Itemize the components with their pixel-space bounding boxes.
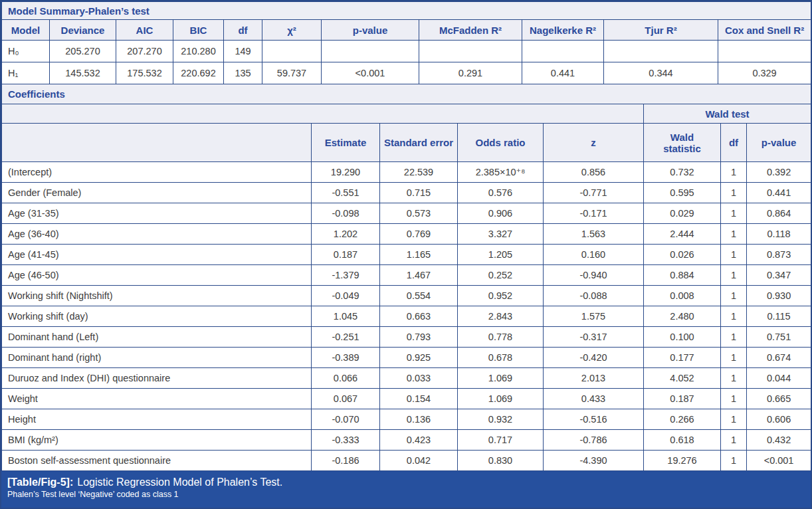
- coefficients-value-cell: 0.576: [458, 183, 544, 203]
- coefficients-value-cell: 0.115: [747, 306, 811, 327]
- coefficients-value-cell: 0.715: [380, 183, 458, 203]
- coefficients-value-cell: 0.252: [458, 265, 544, 286]
- coefficients-value-cell: 0.606: [747, 409, 811, 430]
- coefficients-value-cell: 1: [721, 203, 747, 224]
- coefficients-value-cell: 0.665: [747, 389, 811, 409]
- coefficients-value-cell: -0.940: [544, 265, 644, 286]
- coefficients-value-cell: 4.052: [644, 368, 721, 389]
- coefficients-value-cell: 0.347: [747, 265, 811, 286]
- coefficients-value-cell: 0.100: [644, 327, 721, 348]
- model-summary-value-cell: [522, 41, 604, 62]
- coefficients-value-cell: -0.088: [544, 286, 644, 306]
- coefficients-value-cell: -0.771: [544, 183, 644, 203]
- coefficients-row-label: Age (36-40): [2, 224, 312, 245]
- coefficients-value-cell: 0.160: [544, 245, 644, 265]
- coefficients-value-cell: 22.539: [380, 162, 458, 183]
- coefficients-value-cell: 0.595: [644, 183, 721, 203]
- coefficients-value-cell: 0.432: [747, 430, 811, 451]
- coefficients-value-cell: 1: [721, 162, 747, 183]
- coefficients-value-cell: -0.333: [312, 430, 380, 451]
- model-summary-body: H₀205.270207.270210.280149H₁145.532175.5…: [2, 41, 811, 84]
- coefficients-value-cell: -0.551: [312, 183, 380, 203]
- coefficients-value-cell: -0.516: [544, 409, 644, 430]
- model-summary-value-cell: 0.291: [419, 62, 522, 84]
- coefficients-row: Height-0.0700.1360.932-0.5160.26610.606: [2, 409, 811, 430]
- caption-label: [Table/Fig-5]:: [7, 476, 73, 488]
- coefficients-value-cell: 1: [721, 327, 747, 348]
- coefficients-value-cell: 0.042: [380, 451, 458, 471]
- coefficients-value-cell: 0.029: [644, 203, 721, 224]
- coefficients-value-cell: 0.044: [747, 368, 811, 389]
- coefficients-value-cell: 0.423: [380, 430, 458, 451]
- model-summary-col-header-9: Tjur R²: [604, 20, 718, 41]
- coefficients-value-cell: 19.290: [312, 162, 380, 183]
- coefficients-value-cell: 1.045: [312, 306, 380, 327]
- coefficients-value-cell: -0.786: [544, 430, 644, 451]
- coefficients-col-header-5: Wald statistic: [644, 124, 721, 162]
- coefficients-value-cell: 0.717: [458, 430, 544, 451]
- caption-title: Logistic Regression Model of Phalen’s Te…: [77, 476, 282, 488]
- coefficients-value-cell: 0.906: [458, 203, 544, 224]
- coefficients-value-cell: 0.026: [644, 245, 721, 265]
- wald-test-group-header: Wald test: [644, 104, 811, 124]
- model-summary-col-header-10: Cox and Snell R²: [718, 20, 811, 41]
- coefficients-value-cell: 0.136: [380, 409, 458, 430]
- caption-line-1: [Table/Fig-5]:Logistic Regression Model …: [7, 476, 811, 489]
- coefficients-value-cell: -0.070: [312, 409, 380, 430]
- coefficients-value-cell: 0.674: [747, 348, 811, 368]
- coefficients-row: Dominant hand (right)-0.3890.9250.678-0.…: [2, 348, 811, 368]
- coefficients-value-cell: 1: [721, 389, 747, 409]
- coefficients-value-cell: 2.385×10⁺⁸: [458, 162, 544, 183]
- model-summary-value-cell: 207.270: [116, 41, 173, 62]
- coefficients-col-header-7: p-value: [747, 124, 811, 162]
- coefficients-value-cell: 1.467: [380, 265, 458, 286]
- coefficients-row-label: Age (41-45): [2, 245, 312, 265]
- coefficients-value-cell: 2.013: [544, 368, 644, 389]
- coefficients-row: BMI (kg/m²)-0.3330.4230.717-0.7860.61810…: [2, 430, 811, 451]
- coefficients-row: Age (31-35)-0.0980.5730.906-0.1710.02910…: [2, 203, 811, 224]
- caption-bar: [Table/Fig-5]:Logistic Regression Model …: [1, 471, 811, 508]
- coefficients-value-cell: 0.067: [312, 389, 380, 409]
- coefficients-value-cell: 0.732: [644, 162, 721, 183]
- caption-note: Phalen’s Test level ‘Negative’ coded as …: [7, 489, 811, 500]
- model-summary-title: Model Summary-Phalen’s test: [2, 2, 811, 20]
- coefficients-value-cell: 1: [721, 306, 747, 327]
- coefficients-value-cell: 1: [721, 348, 747, 368]
- coefficients-value-cell: 0.769: [380, 224, 458, 245]
- coefficients-row: (Intercept)19.29022.5392.385×10⁺⁸0.8560.…: [2, 162, 811, 183]
- coefficients-value-cell: 0.925: [380, 348, 458, 368]
- coefficients-value-cell: -0.317: [544, 327, 644, 348]
- coefficients-row: Duruoz and Index (DHI) questionnaire0.06…: [2, 368, 811, 389]
- coefficients-value-cell: 0.187: [644, 389, 721, 409]
- coefficients-table: Coefficients Wald test EstimateStandard …: [1, 84, 811, 471]
- coefficients-value-cell: 0.678: [458, 348, 544, 368]
- model-summary-value-cell: 205.270: [50, 41, 116, 62]
- model-summary-value-cell: [262, 41, 322, 62]
- coefficients-row-label: Boston self-assessment questionnaire: [2, 451, 312, 471]
- coefficients-value-cell: 0.873: [747, 245, 811, 265]
- model-summary-value-cell: 149: [224, 41, 262, 62]
- coefficients-value-cell: 1.069: [458, 389, 544, 409]
- coefficients-value-cell: 0.930: [747, 286, 811, 306]
- coefficients-value-cell: 0.856: [544, 162, 644, 183]
- coefficients-value-cell: -0.049: [312, 286, 380, 306]
- model-summary-value-cell: 135: [224, 62, 262, 84]
- coefficients-value-cell: 0.177: [644, 348, 721, 368]
- coefficients-row-label: Working shift (Nightshift): [2, 286, 312, 306]
- model-summary-value-cell: [419, 41, 522, 62]
- model-summary-value-cell: 210.280: [173, 41, 224, 62]
- model-summary-col-header-7: McFadden R²: [419, 20, 522, 41]
- model-summary-value-cell: 0.441: [522, 62, 604, 84]
- coefficients-col-header-1: Estimate: [312, 124, 380, 162]
- coefficients-row: Dominant hand (Left)-0.2510.7930.778-0.3…: [2, 327, 811, 348]
- model-summary-col-header-6: p-value: [322, 20, 419, 41]
- coefficients-row-label: Gender (Female): [2, 183, 312, 203]
- model-summary-value-cell: 59.737: [262, 62, 322, 84]
- coefficients-value-cell: 0.884: [644, 265, 721, 286]
- model-summary-value-cell: <0.001: [322, 62, 419, 84]
- coefficients-value-cell: 1: [721, 286, 747, 306]
- coefficients-value-cell: 1: [721, 183, 747, 203]
- coefficients-title: Coefficients: [2, 84, 811, 104]
- coefficients-col-header-6: df: [721, 124, 747, 162]
- coefficients-row-label: Dominant hand (Left): [2, 327, 312, 348]
